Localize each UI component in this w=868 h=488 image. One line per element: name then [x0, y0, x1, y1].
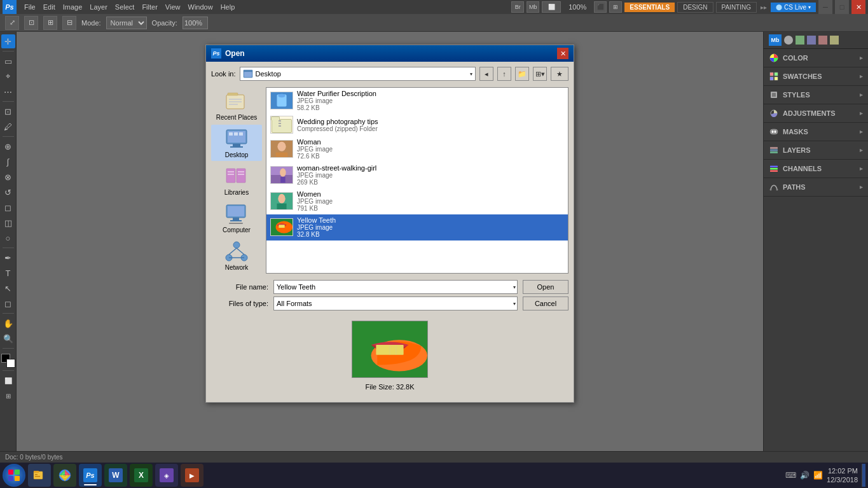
panel-styles-section[interactable]: STYLES ▸: [764, 86, 868, 104]
taskbar-excel[interactable]: X: [130, 464, 153, 487]
panel-adjustments-section[interactable]: ADJUSTMENTS ▸: [764, 104, 868, 123]
menu-file[interactable]: File: [20, 2, 39, 12]
painting-btn[interactable]: PAINTING: [716, 2, 757, 13]
menu-layer[interactable]: Layer: [86, 2, 111, 12]
file-item-woman[interactable]: Woman JPEG image 72.6 KB: [266, 136, 568, 162]
file-item-women[interactable]: Women JPEG image 791 KB: [266, 188, 568, 214]
eyedropper-tool[interactable]: 🖊: [1, 120, 15, 134]
tool-options-3[interactable]: ⊞: [43, 16, 57, 30]
filetype-select[interactable]: All Formats JPEG PNG PSD: [277, 300, 514, 307]
tool-options-2[interactable]: ⊡: [24, 16, 38, 30]
gradient-tool[interactable]: ◫: [1, 216, 15, 230]
svg-rect-12: [770, 150, 778, 151]
crop-tool[interactable]: ⊡: [1, 104, 15, 118]
move-tool[interactable]: ✛: [1, 34, 15, 48]
start-button[interactable]: [3, 464, 25, 487]
lookin-value: Desktop: [256, 70, 467, 78]
menu-window[interactable]: Window: [184, 2, 217, 12]
nav-back-btn[interactable]: ◂: [479, 67, 493, 81]
svg-rect-24: [229, 99, 242, 100]
minibridge-btn[interactable]: Mb: [527, 1, 539, 13]
screen-mode-btn[interactable]: ⊞: [1, 389, 15, 403]
taskbar-photoshop[interactable]: Ps: [79, 464, 102, 487]
panel-color-section[interactable]: COLOR ▸: [764, 49, 868, 67]
file-item-wedding[interactable]: Wedding photography tips Compressed (zip…: [266, 114, 568, 136]
healing-tool[interactable]: ⊕: [1, 139, 15, 153]
menu-filter[interactable]: Filter: [138, 2, 161, 12]
taskbar-chrome[interactable]: [53, 464, 76, 487]
sidebar-recent-places[interactable]: Recent Places: [211, 87, 262, 123]
restore-btn[interactable]: □: [835, 0, 849, 14]
mode-select[interactable]: Normal Multiply Screen: [106, 17, 147, 29]
lookin-dropdown[interactable]: Desktop ▾: [240, 67, 476, 81]
file-item-water[interactable]: Water Purifier Description JPEG image 58…: [266, 88, 568, 114]
minimize-btn[interactable]: ─: [818, 0, 832, 14]
file-item-woman-street[interactable]: woman-street-walking-girl JPEG image 269…: [266, 162, 568, 188]
taskbar-app7[interactable]: ▶: [181, 464, 203, 487]
dialog-close-btn[interactable]: ✕: [557, 48, 568, 59]
zoom-tool[interactable]: 🔍: [1, 331, 15, 345]
file-thumb-woman: [270, 140, 293, 158]
nav-create-folder-btn[interactable]: 📁: [515, 67, 529, 81]
bridge-btn[interactable]: Br: [511, 1, 524, 13]
path-tool[interactable]: ↖: [1, 281, 15, 295]
tool-options-1[interactable]: ⤢: [5, 16, 19, 30]
view-mode-btn[interactable]: ⬛: [594, 1, 607, 13]
magic-wand-tool[interactable]: ⋯: [1, 85, 15, 99]
taskbar-clock[interactable]: 12:02 PM 12/3/2018: [827, 466, 858, 485]
menu-view[interactable]: View: [162, 2, 184, 12]
pen-tool[interactable]: ✒: [1, 251, 15, 265]
color-swatches[interactable]: [1, 354, 15, 368]
opacity-input[interactable]: [183, 17, 208, 29]
panel-channels-section[interactable]: CHANNELS ▸: [764, 160, 868, 178]
background-color[interactable]: [6, 359, 15, 368]
taskbar-explorer[interactable]: [28, 464, 51, 487]
selection-tool[interactable]: ▭: [1, 54, 15, 68]
svg-rect-37: [228, 174, 234, 175]
taskbar-word[interactable]: W: [104, 464, 127, 487]
dodge-tool[interactable]: ○: [1, 231, 15, 245]
show-desktop-btn[interactable]: [862, 464, 865, 487]
open-button[interactable]: Open: [523, 280, 568, 294]
filename-input[interactable]: [277, 283, 502, 291]
cslive-btn[interactable]: ⬤ CS Live ▾: [771, 3, 816, 12]
menu-help[interactable]: Help: [217, 2, 239, 12]
history-tool[interactable]: ↺: [1, 185, 15, 199]
shape-tool[interactable]: ◻: [1, 296, 15, 310]
text-tool[interactable]: T: [1, 266, 15, 280]
nav-view-btn[interactable]: ⊞▾: [533, 67, 547, 81]
cancel-button[interactable]: Cancel: [523, 296, 568, 310]
file-list[interactable]: Water Purifier Description JPEG image 58…: [266, 88, 568, 272]
nav-bookmark-btn[interactable]: ★: [551, 67, 568, 81]
quick-mask-btn[interactable]: ⬜: [1, 373, 15, 387]
menu-select[interactable]: Select: [111, 2, 139, 12]
menu-image[interactable]: Image: [59, 2, 86, 12]
clone-tool[interactable]: ⊗: [1, 170, 15, 184]
dialog-overlay: Ps Open ✕ Look in: Desktop ▾ ◂ ↑: [17, 32, 763, 463]
design-btn[interactable]: DESIGN: [677, 2, 713, 13]
tool-options-4[interactable]: ⊟: [62, 16, 76, 30]
arrange-btn[interactable]: ⊞: [609, 1, 622, 13]
lasso-tool[interactable]: ⌖: [1, 69, 15, 83]
sidebar-computer[interactable]: Computer: [211, 200, 262, 236]
panel-masks-section[interactable]: MASKS ▸: [764, 123, 868, 141]
nav-up-btn[interactable]: ↑: [497, 67, 511, 81]
tool-separator-2: [3, 101, 14, 102]
taskbar-app6[interactable]: ◈: [155, 464, 178, 487]
styles-icon: [769, 90, 779, 100]
timelapse-btn[interactable]: ⬜: [542, 1, 561, 13]
panel-swatches-section[interactable]: SWATCHES ▸: [764, 67, 868, 86]
essentials-btn[interactable]: ESSENTIALS: [624, 3, 675, 12]
layers-label: LAYERS: [783, 146, 811, 154]
brush-tool[interactable]: ∫: [1, 155, 15, 169]
panel-paths-section[interactable]: PATHS ▸: [764, 178, 868, 197]
sidebar-libraries[interactable]: Libraries: [211, 162, 262, 199]
menu-edit[interactable]: Edit: [39, 2, 59, 12]
hand-tool[interactable]: ✋: [1, 316, 15, 330]
panel-layers-section[interactable]: LAYERS ▸: [764, 141, 868, 160]
sidebar-desktop[interactable]: Desktop: [211, 125, 262, 161]
sidebar-network[interactable]: Network: [211, 237, 262, 274]
close-winbtn[interactable]: ✕: [851, 0, 865, 14]
file-item-yellow-teeth[interactable]: Yellow Teeth JPEG image 32.8 KB: [266, 214, 568, 241]
eraser-tool[interactable]: ◻: [1, 200, 15, 214]
